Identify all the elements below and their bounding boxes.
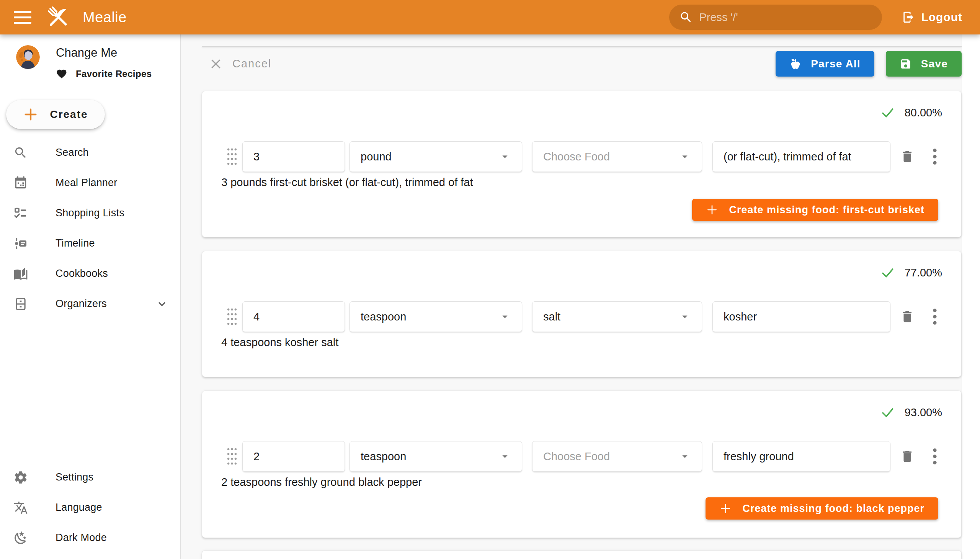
delete-button[interactable]: [899, 308, 916, 326]
parser-toolbar: Cancel Parse All Save: [202, 51, 962, 76]
plus-icon: [719, 502, 732, 514]
cancel-label: Cancel: [232, 58, 271, 70]
sidebar-item-label: Language: [56, 501, 102, 513]
mealie-logo-icon: [45, 3, 72, 31]
sidebar-item-cookbooks[interactable]: Cookbooks: [0, 258, 180, 289]
sidebar-item-label: Dark Mode: [56, 532, 107, 544]
delete-button[interactable]: [899, 147, 916, 166]
favorites-label: Favorite Recipes: [76, 69, 152, 79]
logout-icon: [902, 11, 915, 24]
food-select[interactable]: salt: [532, 301, 702, 332]
check-icon: [881, 405, 895, 419]
favorite-recipes-link[interactable]: Favorite Recipes: [56, 68, 152, 79]
logout-label: Logout: [921, 11, 962, 24]
parse-all-button[interactable]: Parse All: [775, 51, 874, 76]
drag-handle[interactable]: [225, 306, 238, 327]
sidebar-item-label: Search: [56, 147, 89, 159]
create-missing-food-button[interactable]: Create missing food: first-cut brisket: [692, 199, 938, 221]
sidebar-item-language[interactable]: Language: [0, 492, 180, 523]
unit-select[interactable]: teaspoon: [350, 301, 522, 332]
scrolled-card-edge: [202, 46, 962, 47]
confidence-value: 93.00%: [905, 406, 942, 419]
sidebar-divider: [0, 89, 180, 89]
search-icon: [679, 10, 693, 24]
close-icon: [210, 58, 222, 70]
drag-handle[interactable]: [225, 446, 238, 467]
menu-down-icon: [679, 450, 691, 463]
create-label: Create: [50, 108, 88, 121]
sidebar-item-dark-mode[interactable]: Dark Mode: [0, 523, 180, 553]
create-missing-food-button[interactable]: Create missing food: black pepper: [706, 497, 938, 519]
unit-select[interactable]: teaspoon: [350, 441, 522, 472]
app-title: Mealie: [83, 9, 127, 26]
menu-down-icon: [679, 150, 691, 163]
unit-value: teaspoon: [360, 450, 406, 463]
original-text: 3 pounds first-cut brisket (or flat-cut)…: [221, 176, 473, 189]
original-text: 4 teaspoons kosher salt: [221, 336, 339, 349]
chevron-down-icon: [155, 297, 169, 311]
note-input[interactable]: [712, 141, 891, 172]
logout-button[interactable]: Logout: [896, 6, 968, 28]
confidence-badge: 93.00%: [881, 405, 942, 419]
create-missing-food-label: Create missing food: black pepper: [742, 503, 924, 514]
quantity-input[interactable]: [242, 301, 345, 332]
save-button[interactable]: Save: [886, 51, 962, 76]
ingredient-card: [202, 550, 962, 559]
search-bar[interactable]: [669, 5, 882, 30]
more-menu-button[interactable]: [927, 447, 942, 466]
sidebar-item-shopping-lists[interactable]: Shopping Lists: [0, 198, 180, 228]
drag-handle[interactable]: [225, 146, 238, 167]
more-menu-button[interactable]: [927, 308, 942, 326]
organizers-icon: [13, 297, 28, 311]
quantity-input[interactable]: [242, 141, 345, 172]
plus-icon: [23, 107, 38, 122]
menu-toggle-button[interactable]: [12, 6, 34, 28]
sidebar-item-meal-planner[interactable]: Meal Planner: [0, 168, 180, 198]
search-icon: [13, 146, 28, 160]
original-text: 2 teaspoons freshly ground black pepper: [221, 476, 422, 489]
timeline-icon: [13, 236, 28, 251]
sidebar-item-timeline[interactable]: Timeline: [0, 228, 180, 258]
ingredient-card: 77.00% teaspoon salt: [202, 251, 962, 377]
menu-down-icon: [499, 311, 511, 323]
ingredient-input-row: pound Choose Food: [225, 141, 943, 172]
user-section: Change Me Favorite Recipes: [0, 35, 180, 89]
food-select[interactable]: Choose Food: [532, 441, 702, 472]
sidebar-item-label: Organizers: [56, 298, 107, 310]
unit-select[interactable]: pound: [350, 141, 522, 172]
user-avatar[interactable]: [16, 45, 40, 69]
save-label: Save: [921, 58, 948, 70]
quantity-input[interactable]: [242, 441, 345, 472]
food-placeholder: Choose Food: [543, 450, 610, 463]
create-button[interactable]: Create: [6, 100, 105, 129]
sidebar-item-search[interactable]: Search: [0, 137, 180, 168]
trash-icon: [900, 449, 914, 464]
sidebar: Change Me Favorite Recipes Create: [0, 35, 181, 559]
heart-icon: [56, 68, 68, 79]
more-menu-button[interactable]: [927, 147, 942, 166]
plus-icon: [706, 204, 718, 216]
unit-value: teaspoon: [360, 311, 406, 323]
food-select[interactable]: Choose Food: [532, 141, 702, 172]
user-name: Change Me: [56, 46, 152, 60]
ingredient-card: 80.00% pound Choose Food: [202, 91, 962, 237]
trash-icon: [900, 149, 914, 164]
food-value: salt: [543, 311, 560, 323]
sidebar-item-label: Cookbooks: [56, 268, 108, 280]
moon-stars-icon: [13, 531, 28, 545]
ingredient-input-row: teaspoon salt: [225, 301, 943, 332]
ingredient-card: 93.00% teaspoon Choose Food: [202, 390, 962, 538]
menu-down-icon: [499, 450, 511, 463]
note-input[interactable]: [712, 441, 891, 472]
sidebar-item-organizers[interactable]: Organizers: [0, 289, 180, 319]
parse-all-label: Parse All: [811, 58, 861, 70]
kebab-icon: [932, 148, 937, 165]
sidebar-footer-nav: Settings Language Dark Mode: [0, 462, 180, 559]
confidence-badge: 77.00%: [881, 266, 942, 280]
cancel-button[interactable]: Cancel: [202, 58, 279, 70]
delete-button[interactable]: [899, 447, 916, 466]
sidebar-item-settings[interactable]: Settings: [0, 462, 180, 492]
search-input[interactable]: [699, 11, 872, 24]
note-input[interactable]: [712, 301, 891, 332]
menu-down-icon: [679, 311, 691, 323]
